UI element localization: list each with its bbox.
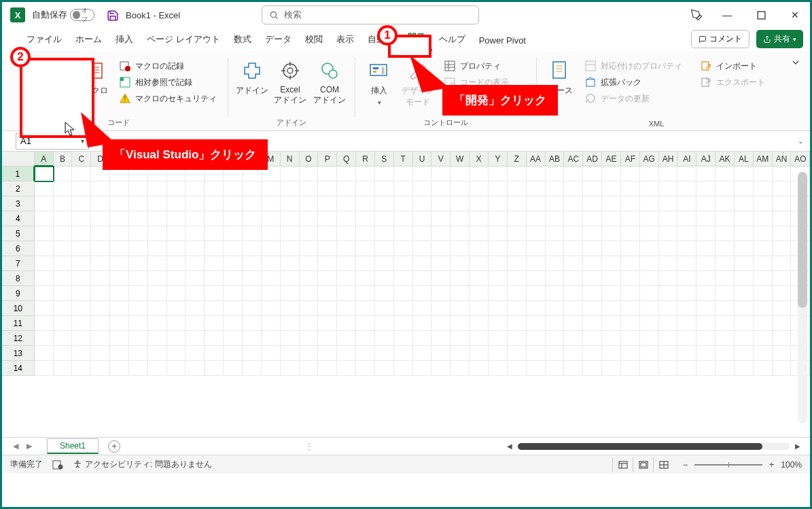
grip-icon[interactable]: ⋮	[305, 442, 313, 451]
cell[interactable]	[754, 241, 773, 256]
cell[interactable]	[413, 361, 432, 376]
select-all-corner[interactable]	[2, 152, 35, 166]
cell[interactable]	[262, 271, 281, 286]
cell[interactable]	[281, 361, 300, 376]
cell[interactable]	[470, 166, 489, 181]
cell[interactable]	[489, 286, 508, 301]
cell[interactable]	[91, 256, 110, 271]
cell[interactable]	[621, 196, 640, 211]
cell[interactable]	[677, 226, 696, 241]
cell[interactable]	[224, 211, 243, 226]
cell[interactable]	[546, 301, 565, 316]
cell[interactable]	[754, 181, 773, 196]
cell[interactable]	[583, 286, 602, 301]
cell[interactable]	[167, 211, 186, 226]
cell[interactable]	[696, 256, 716, 271]
cell[interactable]	[318, 211, 337, 226]
cell[interactable]	[489, 346, 508, 361]
cell[interactable]	[431, 361, 451, 376]
cell[interactable]	[716, 211, 735, 226]
sheet-nav-prev[interactable]: ◀	[13, 442, 18, 451]
column-header[interactable]: C	[72, 152, 91, 166]
cell[interactable]	[110, 226, 129, 241]
com-addins-button[interactable]: COM アドイン	[311, 55, 348, 106]
cell[interactable]	[564, 256, 583, 271]
relative-ref-button[interactable]: 相対参照で記録	[115, 74, 221, 90]
cell[interactable]	[300, 166, 319, 181]
row-header[interactable]: 11	[2, 316, 35, 331]
cell[interactable]	[583, 241, 602, 256]
cell[interactable]	[167, 196, 186, 211]
cell[interactable]	[451, 346, 470, 361]
cell[interactable]	[167, 226, 186, 241]
cell[interactable]	[659, 331, 678, 346]
cell[interactable]	[54, 166, 73, 181]
cell[interactable]	[72, 361, 91, 376]
cell[interactable]	[337, 241, 356, 256]
cell[interactable]	[148, 346, 167, 361]
cell[interactable]	[72, 256, 91, 271]
cell[interactable]	[621, 211, 640, 226]
cell[interactable]	[318, 166, 337, 181]
cell[interactable]	[205, 301, 224, 316]
cell[interactable]	[394, 271, 413, 286]
cell[interactable]	[431, 301, 451, 316]
cell[interactable]	[431, 211, 451, 226]
cell[interactable]	[394, 361, 413, 376]
cell[interactable]	[621, 271, 640, 286]
tab-page-layout[interactable]: ページ レイアウト	[140, 29, 227, 51]
cell[interactable]	[716, 316, 735, 331]
cell[interactable]	[337, 346, 356, 361]
cell[interactable]	[677, 286, 696, 301]
cell[interactable]	[431, 166, 451, 181]
cell[interactable]	[696, 331, 716, 346]
cell[interactable]	[508, 346, 527, 361]
share-button[interactable]: 共有▾	[756, 30, 803, 48]
cell[interactable]	[659, 286, 678, 301]
cell[interactable]	[91, 301, 110, 316]
cell[interactable]	[696, 241, 716, 256]
hscroll-thumb[interactable]	[518, 443, 762, 450]
cell[interactable]	[54, 211, 73, 226]
cell[interactable]	[431, 346, 451, 361]
cell[interactable]	[735, 316, 754, 331]
cell[interactable]	[243, 211, 262, 226]
cell[interactable]	[413, 301, 432, 316]
cell[interactable]	[583, 331, 602, 346]
cell[interactable]	[602, 271, 621, 286]
cell[interactable]	[659, 271, 678, 286]
toggle-switch[interactable]: オフ	[70, 9, 94, 21]
sheet-nav-next[interactable]: ▶	[27, 442, 32, 451]
cell[interactable]	[413, 286, 432, 301]
column-header[interactable]: B	[54, 152, 73, 166]
column-header[interactable]: Z	[508, 152, 527, 166]
cell[interactable]	[640, 361, 659, 376]
cell[interactable]	[696, 286, 716, 301]
cell[interactable]	[659, 181, 678, 196]
cell[interactable]	[508, 301, 527, 316]
cell[interactable]	[205, 346, 224, 361]
cell[interactable]	[470, 241, 489, 256]
row-header[interactable]: 6	[2, 241, 35, 256]
cell[interactable]	[356, 316, 375, 331]
cell[interactable]	[243, 286, 262, 301]
cell[interactable]	[110, 241, 129, 256]
tab-home[interactable]: ホーム	[69, 29, 109, 51]
cell[interactable]	[300, 346, 319, 361]
cell[interactable]	[54, 361, 73, 376]
cell[interactable]	[337, 286, 356, 301]
cell[interactable]	[205, 241, 224, 256]
cell[interactable]	[696, 271, 716, 286]
cell[interactable]	[602, 181, 621, 196]
cell[interactable]	[640, 271, 659, 286]
cell[interactable]	[205, 271, 224, 286]
cell[interactable]	[564, 346, 583, 361]
cell[interactable]	[110, 346, 129, 361]
cell[interactable]	[35, 271, 54, 286]
row-header[interactable]: 12	[2, 331, 35, 346]
cell[interactable]	[337, 166, 356, 181]
cell[interactable]	[621, 346, 640, 361]
cell[interactable]	[110, 331, 129, 346]
cell[interactable]	[129, 241, 148, 256]
cell[interactable]	[677, 211, 696, 226]
